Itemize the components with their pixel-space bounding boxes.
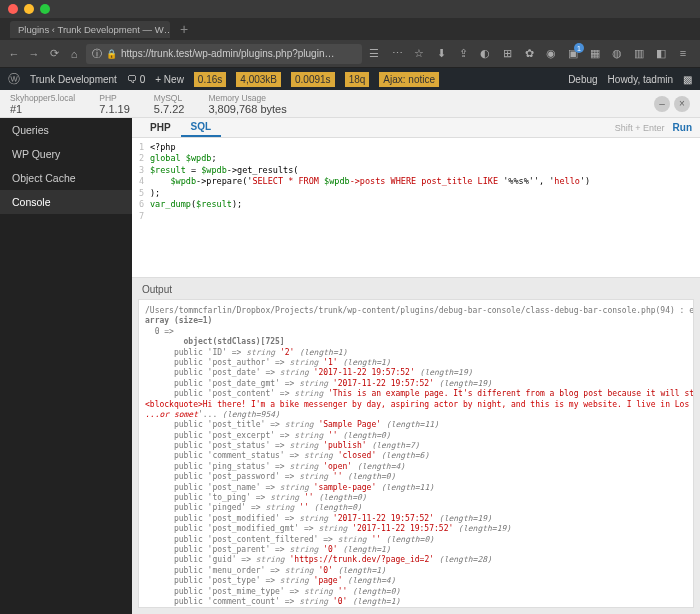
sidebar-item-console[interactable]: Console bbox=[0, 190, 132, 214]
run-button[interactable]: Run bbox=[673, 122, 692, 133]
ext3-icon[interactable]: ✿ bbox=[522, 47, 536, 60]
toolbar-icons: ⋯ ☆ ⬇ ⇪ ◐ ⊞ ✿ ◉ ▣ ▦ ◍ ▥ ◧ ≡ bbox=[386, 47, 694, 60]
maximize-window-icon[interactable] bbox=[40, 4, 50, 14]
home-button[interactable]: ⌂ bbox=[66, 46, 82, 62]
download-icon[interactable]: ⬇ bbox=[434, 47, 448, 60]
tab-php[interactable]: PHP bbox=[140, 119, 181, 136]
ext-icon[interactable]: ◐ bbox=[478, 47, 492, 60]
perf-db[interactable]: 0.0091s bbox=[291, 72, 335, 87]
debug-bar-header: Skyhopper5.local #1 PHP 7.1.19 MySQL 5.7… bbox=[0, 90, 700, 118]
run-hint: Shift + Enter bbox=[615, 123, 665, 133]
stat-php: PHP 7.1.19 bbox=[99, 93, 130, 115]
tab-sql[interactable]: SQL bbox=[181, 118, 222, 137]
address-bar: ← → ⟳ ⌂ ⓘ 🔒 https://trunk.test/wp-admin/… bbox=[0, 40, 700, 68]
new-button[interactable]: + New bbox=[155, 74, 184, 85]
output-panel[interactable]: /Users/tommcfarlin/Dropbox/Projects/trun… bbox=[138, 299, 694, 608]
info-icon[interactable]: ⓘ bbox=[92, 47, 102, 61]
debug-sidebar: Queries WP Query Object Cache Console bbox=[0, 118, 132, 614]
window-chrome bbox=[0, 0, 700, 18]
more-icon[interactable]: ⋯ bbox=[390, 47, 404, 60]
ext6-icon[interactable]: ▦ bbox=[588, 47, 602, 60]
ext7-icon[interactable]: ◍ bbox=[610, 47, 624, 60]
tab-strip: Plugins ‹ Trunk Development — W… × + bbox=[0, 18, 700, 40]
sidebar-item-queries[interactable]: Queries bbox=[0, 118, 132, 142]
perf-queries[interactable]: 18q bbox=[345, 72, 370, 87]
stat-host: Skyhopper5.local #1 bbox=[10, 93, 75, 115]
output-label: Output bbox=[132, 278, 700, 299]
code-tabs: PHP SQL Shift + Enter Run bbox=[132, 118, 700, 138]
wp-admin-bar: ⓦ Trunk Development 🗨 0 + New 0.16s 4,00… bbox=[0, 68, 700, 90]
site-name[interactable]: Trunk Development bbox=[30, 74, 117, 85]
debug-link[interactable]: Debug bbox=[568, 74, 597, 85]
star-icon[interactable]: ☆ bbox=[412, 47, 426, 60]
sidebar-icon[interactable]: ◧ bbox=[654, 47, 668, 60]
minimize-window-icon[interactable] bbox=[24, 4, 34, 14]
menu-icon[interactable]: ≡ bbox=[676, 47, 690, 60]
comments-icon[interactable]: 🗨 0 bbox=[127, 74, 145, 85]
url-input[interactable]: ⓘ 🔒 https://trunk.test/wp-admin/plugins.… bbox=[86, 44, 362, 64]
wp-logo-icon[interactable]: ⓦ bbox=[8, 71, 20, 88]
ext2-icon[interactable]: ⊞ bbox=[500, 47, 514, 60]
ext5-icon[interactable]: ▣ bbox=[566, 47, 580, 60]
minimize-panel-button[interactable]: – bbox=[654, 96, 670, 112]
url-text: https://trunk.test/wp-admin/plugins.php?… bbox=[121, 48, 334, 59]
main-area: Queries WP Query Object Cache Console PH… bbox=[0, 118, 700, 614]
perf-mem[interactable]: 4,003kB bbox=[236, 72, 281, 87]
ajax-notice[interactable]: Ajax: notice bbox=[379, 72, 439, 87]
console-panel: PHP SQL Shift + Enter Run 1<?php2global … bbox=[132, 118, 700, 614]
code-editor[interactable]: 1<?php2global $wpdb;3$result = $wpdb->ge… bbox=[132, 138, 700, 278]
share-icon[interactable]: ⇪ bbox=[456, 47, 470, 60]
back-button[interactable]: ← bbox=[6, 46, 22, 62]
close-window-icon[interactable] bbox=[8, 4, 18, 14]
perf-time[interactable]: 0.16s bbox=[194, 72, 226, 87]
forward-button[interactable]: → bbox=[26, 46, 42, 62]
browser-tab[interactable]: Plugins ‹ Trunk Development — W… × bbox=[10, 21, 170, 38]
lock-icon: 🔒 bbox=[106, 49, 117, 59]
close-panel-button[interactable]: × bbox=[674, 96, 690, 112]
stat-memory: Memory Usage 3,809,768 bytes bbox=[208, 93, 286, 115]
ext4-icon[interactable]: ◉ bbox=[544, 47, 558, 60]
reload-button[interactable]: ⟳ bbox=[46, 46, 62, 62]
reader-icon[interactable]: ☰ bbox=[366, 46, 382, 62]
howdy[interactable]: Howdy, tadmin bbox=[608, 74, 673, 85]
stat-mysql: MySQL 5.7.22 bbox=[154, 93, 185, 115]
sidebar-item-object-cache[interactable]: Object Cache bbox=[0, 166, 132, 190]
new-tab-button[interactable]: + bbox=[174, 21, 194, 37]
tab-title: Plugins ‹ Trunk Development — W… bbox=[18, 24, 170, 35]
avatar-icon[interactable]: ▩ bbox=[683, 74, 692, 85]
sidebar-item-wp-query[interactable]: WP Query bbox=[0, 142, 132, 166]
library-icon[interactable]: ▥ bbox=[632, 47, 646, 60]
